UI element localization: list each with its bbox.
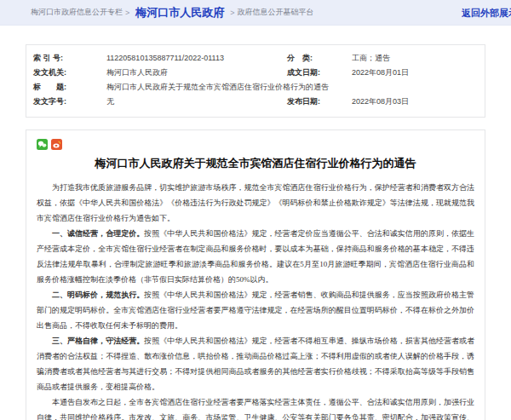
breadcrumb-separator: > bbox=[125, 9, 129, 17]
article-paragraph: 二、明码标价，规范执行。按照《中华人民共和国价格法》规定，经营者销售、收购商品和… bbox=[37, 287, 474, 333]
article-paragraph: 为打造我市优质旅游服务品牌，切实维护旅游市场秩序，规范全市宾馆酒店住宿行业价格行… bbox=[37, 180, 474, 226]
paragraph-lead: 二、明码标价，规范执行。 bbox=[52, 291, 144, 299]
document-meta-box: 索 引 号: 112205810135887711/2022-01113 分 类… bbox=[26, 44, 485, 118]
paragraph-text: 为打造我市优质旅游服务品牌，切实维护旅游市场秩序，规范全市宾馆酒店住宿行业价格行… bbox=[37, 183, 474, 222]
meta-category-value: 工商；通告 bbox=[352, 51, 478, 66]
paragraph-lead: 三、严格自律，守法经营。 bbox=[52, 337, 144, 345]
meta-docno-label: 发文字号: bbox=[33, 95, 106, 109]
meta-title-label: 标 题: bbox=[33, 80, 106, 95]
article-paragraph: 三、严格自律，守法经营。按照《中华人民共和国价格法》规定，经营者不得相互串通、操… bbox=[37, 333, 474, 394]
meta-issuer-label: 发文机关: bbox=[33, 66, 106, 80]
share-toolbar bbox=[37, 137, 474, 149]
meta-index-label: 索 引 号: bbox=[33, 51, 106, 66]
meta-title-value: 梅河口市人民政府关于规范全市宾馆酒店住宿行业价格行为的通告 bbox=[106, 80, 478, 95]
breadcrumb-separator: > bbox=[230, 9, 234, 17]
meta-publish-date-label: 发布日期: bbox=[287, 95, 352, 109]
meta-category-label: 分 类: bbox=[287, 51, 352, 66]
paragraph-lead: 一、诚信经营，合理定价。 bbox=[52, 229, 144, 238]
breadcrumb-site-title[interactable]: 梅河口市人民政府 bbox=[135, 5, 224, 20]
article-title: 梅河口市人民政府关于规范全市宾馆酒店住宿行业价格行为的通告 bbox=[37, 156, 474, 171]
meta-publish-date-value: 2022年08月03日 bbox=[352, 95, 478, 109]
meta-written-date-label: 成文日期: bbox=[287, 66, 352, 80]
back-to-external-link[interactable]: 返回外部展示 bbox=[462, 7, 511, 20]
article-content-box: 梅河口市人民政府关于规范全市宾馆酒店住宿行业价格行为的通告 为打造我市优质旅游服… bbox=[26, 129, 485, 420]
breadcrumb-section-opengov[interactable]: 梅河口市政府信息公开专栏 bbox=[31, 7, 123, 18]
breadcrumb-platform[interactable]: 政府信息公开基础平台 bbox=[238, 7, 314, 18]
meta-issuer-value: 梅河口市人民政府 bbox=[106, 66, 287, 80]
article-paragraph: 一、诚信经营，合理定价。按照《中华人民共和国价格法》规定，经营者定价应当遵循公平… bbox=[37, 226, 474, 287]
paragraph-text: 本通告自发布之日起，全市各宾馆酒店住宿行业经营者要严格落实经营主体责任，遵循公平… bbox=[37, 398, 474, 420]
top-breadcrumb-bar: 梅河口市政府信息公开专栏 > 梅河口市人民政府 > 政府信息公开基础平台 返回外… bbox=[0, 0, 511, 26]
wechat-share-icon[interactable] bbox=[37, 138, 48, 149]
weibo-share-icon[interactable] bbox=[51, 138, 62, 149]
meta-written-date-value: 2022年08月01日 bbox=[352, 66, 478, 80]
meta-index-value: 112205810135887711/2022-01113 bbox=[106, 51, 287, 66]
article-paragraph: 本通告自发布之日起，全市各宾馆酒店住宿行业经营者要严格落实经营主体责任，遵循公平… bbox=[37, 394, 474, 420]
meta-docno-value: 无 bbox=[106, 95, 287, 109]
